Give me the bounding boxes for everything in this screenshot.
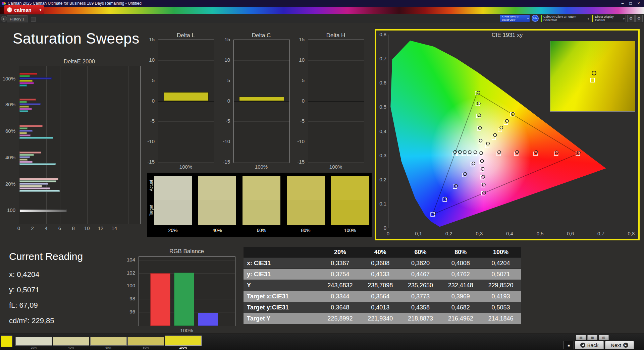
save-button[interactable]: ▧ (599, 335, 609, 340)
deltae-bar (19, 106, 29, 108)
swatch-comparison-panel[interactable]: Actual Target 20%40%60%80%100% (147, 173, 372, 237)
swatch-target (287, 200, 325, 225)
deltae-bar (19, 101, 27, 103)
cie-xtick: 0,5 (533, 231, 547, 237)
table-cell: 221,9340 (360, 315, 400, 322)
delta-gridline (158, 60, 214, 61)
table-cell: 0,3820 (400, 260, 441, 267)
delta-ytick: -10 (218, 138, 230, 144)
pattern-tile-label: 60% (90, 346, 127, 349)
cie-measured-point (482, 183, 485, 186)
deltae-bar (19, 73, 37, 75)
report-button[interactable]: ▦ (587, 335, 597, 340)
chevron-down-icon: ▾ (527, 17, 529, 20)
swatch-actual (287, 176, 325, 200)
delta-ytick: 15 (292, 37, 305, 43)
delta-l-plot[interactable] (158, 40, 214, 163)
swatch-target (331, 200, 369, 225)
cie-xtick: 0,3 (473, 231, 486, 237)
page-title: Saturation Sweeps (13, 30, 140, 47)
table-row-label: Target Y (244, 315, 320, 322)
stop-icon: ■ (568, 343, 570, 347)
delta-l-xlabel: 100% (158, 164, 214, 170)
tab-history-1[interactable]: History 1 (7, 15, 28, 22)
workflow-gear-button[interactable]: ⚙ (635, 15, 643, 22)
table-cell: 0,5053 (481, 304, 521, 311)
swatch-level-label: 60% (243, 228, 280, 233)
table-header-cell: 100% (481, 249, 521, 256)
deltae-bar (19, 178, 58, 180)
pattern-tile-100%[interactable] (165, 336, 202, 346)
maximize-button[interactable]: □ (627, 0, 635, 7)
meter-status-badge[interactable]: 704 (532, 15, 539, 22)
delta-ytick: -5 (292, 118, 305, 124)
pattern-tile-label: 80% (127, 346, 164, 349)
deltae-xtick: 0 (14, 225, 24, 231)
swatch-level-label: 80% (287, 228, 325, 233)
deltae-ytick: 100 (1, 207, 15, 213)
deltae-bar (19, 185, 42, 187)
cie-measured-point (464, 173, 467, 176)
save-icon: ▧ (602, 336, 605, 340)
meter-select-button[interactable]: X-Rite i1Pro 3 Direct View ▾ (500, 15, 530, 22)
delta-gridline (234, 142, 289, 142)
pattern-tile-60%[interactable] (90, 337, 127, 346)
delta-c-plot[interactable] (233, 40, 290, 163)
deltae-ytick: 80% (1, 102, 15, 108)
cie-measured-point (477, 102, 480, 105)
delta-ytick: -15 (218, 159, 230, 165)
pattern-tile-80%[interactable] (127, 337, 164, 346)
settings-gear-button[interactable]: ⚙ (627, 15, 635, 22)
next-button[interactable]: Next ▶ (605, 341, 634, 349)
window-controls: – □ × (619, 0, 643, 7)
table-header-cell: 60% (400, 249, 441, 256)
tab-bar: ▸ History 1 X-Rite i1Pro 3 Direct View ▾… (0, 14, 644, 23)
tab-overflow-button[interactable] (31, 17, 36, 22)
cie-measured-point (511, 112, 514, 115)
cie-measured-point (498, 151, 501, 154)
swatch-column: 20% (154, 176, 192, 233)
cie-measured-point (555, 151, 558, 154)
deltae-gridline (46, 66, 47, 224)
table-cell: 0,4358 (400, 304, 441, 311)
delta-gridline (308, 60, 364, 61)
swatch-actual (243, 176, 280, 200)
display-control-label: Direct Display Control (595, 15, 622, 22)
calman-menu-button[interactable]: calman ▾ (4, 5, 44, 14)
delta-h-plot[interactable] (308, 40, 364, 163)
deltae-plot[interactable] (19, 66, 141, 224)
deltae-chart-title: DeltaE 2000 (19, 58, 140, 65)
deltae-xtick: 12 (96, 225, 106, 231)
deltae-bar (19, 190, 60, 192)
deltae-ytick: 40% (1, 155, 15, 161)
deltae-xlabels: 02468101214 (19, 225, 140, 231)
calman-logo-text: calman (14, 7, 32, 13)
stop-button[interactable]: ■ (564, 341, 574, 349)
cie-chart-panel[interactable]: CIE 1931 xy 00,10,20,30,40,50,60,70,800,… (375, 29, 640, 240)
deltae-bar (19, 163, 56, 165)
rainbow-strip (0, 7, 644, 14)
rgb-ytick: 102 (123, 270, 135, 276)
tab-nav-button[interactable]: ▸ (1, 16, 7, 22)
minimize-button[interactable]: – (619, 0, 627, 7)
rgb-balance-ticks: 1041021009896 (123, 256, 137, 326)
table-cell: 0,4133 (360, 271, 400, 278)
swatch-row-label-target: Target (149, 205, 154, 216)
pattern-tile-20%[interactable] (15, 337, 52, 346)
rgb-bar-blue (198, 313, 218, 326)
table-cell: 225,8992 (320, 315, 360, 322)
back-button[interactable]: ◀ Back (575, 341, 604, 349)
rgb-balance-plot[interactable] (139, 256, 235, 326)
delta-gridline (158, 162, 214, 163)
cie-measured-point (481, 167, 484, 170)
close-button[interactable]: × (635, 0, 643, 7)
table-row-label: x: CIE31 (244, 260, 320, 267)
deltae-bar (19, 125, 43, 127)
pattern-generator-button[interactable]: CalMAN Client 3 Pattern Generator ▾ (541, 15, 590, 22)
pattern-tile-40%[interactable] (53, 337, 89, 346)
deltae-bar (19, 187, 50, 189)
delta-ytick: -10 (143, 138, 155, 144)
capture-button[interactable]: ▤ (576, 335, 586, 340)
current-reading-title: Current Reading (9, 251, 83, 262)
display-control-button[interactable]: Direct Display Control ▾ (592, 15, 626, 22)
